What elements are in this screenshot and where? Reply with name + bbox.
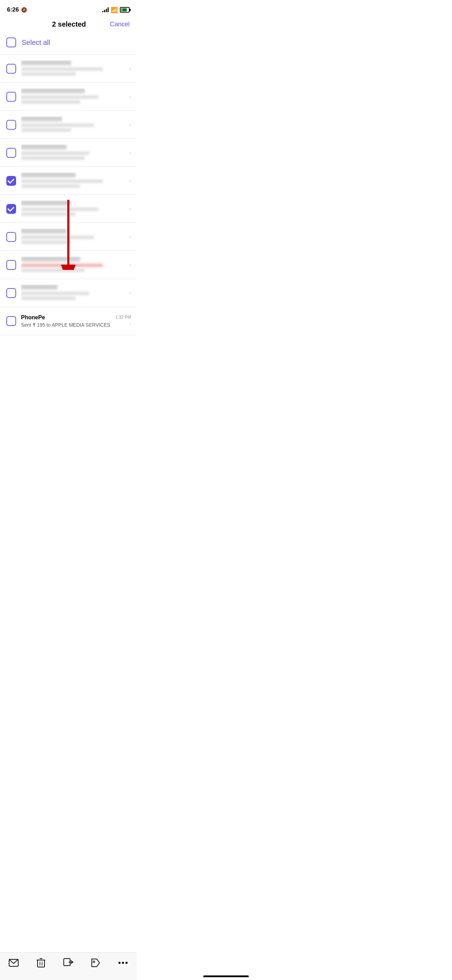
message-body-text: Sent ₹ 195 to APPLE MEDIA SERVICES bbox=[21, 322, 112, 328]
message-meta: › bbox=[117, 150, 131, 156]
message-meta: › bbox=[117, 178, 131, 184]
mute-icon: 🔕 bbox=[21, 7, 27, 13]
list-item[interactable]: › bbox=[0, 55, 137, 83]
chevron-icon: › bbox=[129, 65, 131, 72]
item-checkbox[interactable] bbox=[6, 204, 16, 214]
message-sender bbox=[21, 60, 71, 65]
item-checkbox[interactable] bbox=[6, 316, 16, 326]
item-checkbox[interactable] bbox=[6, 288, 16, 298]
message-meta: › bbox=[117, 234, 131, 240]
message-sender bbox=[21, 229, 67, 234]
item-checkbox[interactable] bbox=[6, 176, 16, 186]
message-text-line1 bbox=[21, 180, 103, 183]
message-text-line2 bbox=[21, 128, 71, 132]
item-checkbox[interactable] bbox=[6, 260, 16, 270]
message-time: 1:32 PM bbox=[115, 315, 131, 320]
message-meta: 1:32 PM › bbox=[117, 315, 131, 328]
message-content bbox=[21, 116, 112, 133]
message-text-line2 bbox=[21, 240, 71, 244]
battery-icon: 65 bbox=[120, 7, 130, 13]
message-content bbox=[21, 60, 112, 77]
message-text-line1 bbox=[21, 264, 103, 267]
time-display: 6:26 bbox=[7, 6, 19, 13]
message-text-line1 bbox=[21, 67, 103, 71]
message-text-line2 bbox=[21, 156, 85, 160]
message-sender bbox=[21, 200, 71, 205]
item-checkbox[interactable] bbox=[6, 120, 16, 130]
list-item[interactable]: › bbox=[0, 251, 137, 279]
message-text-line2 bbox=[21, 72, 76, 76]
message-content bbox=[21, 145, 112, 161]
item-checkbox[interactable] bbox=[6, 92, 16, 102]
status-icons: 📶 65 bbox=[102, 7, 130, 13]
message-meta: › bbox=[117, 206, 131, 212]
message-list: › › › › bbox=[0, 54, 137, 335]
message-sender bbox=[21, 88, 85, 93]
chevron-icon: › bbox=[129, 234, 131, 240]
message-content bbox=[21, 229, 112, 245]
message-meta: › bbox=[117, 122, 131, 128]
message-text-line2 bbox=[21, 296, 76, 300]
message-meta: › bbox=[117, 65, 131, 72]
message-content bbox=[21, 256, 112, 274]
message-text-line1 bbox=[21, 123, 94, 127]
header: 2 selected Cancel bbox=[0, 18, 137, 34]
list-item[interactable]: › bbox=[0, 167, 137, 195]
message-content bbox=[21, 172, 112, 189]
message-text-line2 bbox=[21, 212, 76, 216]
message-sender bbox=[21, 285, 57, 290]
message-text-line1 bbox=[21, 207, 99, 211]
list-item[interactable]: › bbox=[0, 279, 137, 307]
chevron-icon: › bbox=[129, 94, 131, 100]
message-sender-text: PhonePe bbox=[21, 314, 112, 321]
status-time: 6:26 🔕 bbox=[7, 6, 27, 13]
battery-percent: 65 bbox=[123, 8, 126, 11]
list-item[interactable]: › bbox=[0, 111, 137, 139]
message-text-line1 bbox=[21, 292, 89, 295]
message-sender bbox=[21, 116, 62, 121]
chevron-icon: › bbox=[129, 290, 131, 296]
message-text-line2 bbox=[21, 269, 85, 272]
message-text-line1 bbox=[21, 151, 89, 155]
signal-icon bbox=[102, 7, 108, 12]
chevron-icon: › bbox=[129, 150, 131, 156]
message-content bbox=[21, 285, 112, 301]
message-meta: › bbox=[117, 94, 131, 100]
message-sender bbox=[21, 172, 76, 177]
item-checkbox[interactable] bbox=[6, 64, 16, 73]
message-text-line2 bbox=[21, 100, 80, 104]
message-sender bbox=[21, 145, 67, 149]
list-item[interactable]: › bbox=[0, 195, 137, 223]
message-content: PhonePe Sent ₹ 195 to APPLE MEDIA SERVIC… bbox=[21, 314, 112, 328]
list-item[interactable]: › bbox=[0, 83, 137, 111]
message-meta: › bbox=[117, 262, 131, 268]
chevron-icon: › bbox=[129, 178, 131, 184]
select-all-row[interactable]: Select all bbox=[0, 34, 137, 54]
cancel-button[interactable]: Cancel bbox=[110, 21, 130, 28]
select-all-label: Select all bbox=[22, 38, 50, 47]
message-content bbox=[21, 200, 112, 217]
chevron-icon: › bbox=[129, 206, 131, 212]
chevron-icon: › bbox=[129, 321, 131, 328]
message-meta: › bbox=[117, 290, 131, 296]
list-item[interactable]: › bbox=[0, 139, 137, 167]
item-checkbox[interactable] bbox=[6, 148, 16, 158]
select-all-checkbox[interactable] bbox=[6, 38, 16, 47]
list-item[interactable]: › bbox=[0, 223, 137, 251]
message-sender bbox=[21, 256, 80, 261]
wifi-icon: 📶 bbox=[111, 7, 118, 13]
status-bar: 6:26 🔕 📶 65 bbox=[0, 0, 137, 18]
header-title: 2 selected bbox=[52, 20, 86, 29]
message-text-line1 bbox=[21, 95, 99, 99]
chevron-icon: › bbox=[129, 262, 131, 268]
phonepay-list-item[interactable]: PhonePe Sent ₹ 195 to APPLE MEDIA SERVIC… bbox=[0, 307, 137, 335]
message-text-line2 bbox=[21, 185, 80, 188]
item-checkbox[interactable] bbox=[6, 232, 16, 242]
chevron-icon: › bbox=[129, 122, 131, 128]
message-text-line1 bbox=[21, 235, 94, 239]
message-content bbox=[21, 88, 112, 105]
